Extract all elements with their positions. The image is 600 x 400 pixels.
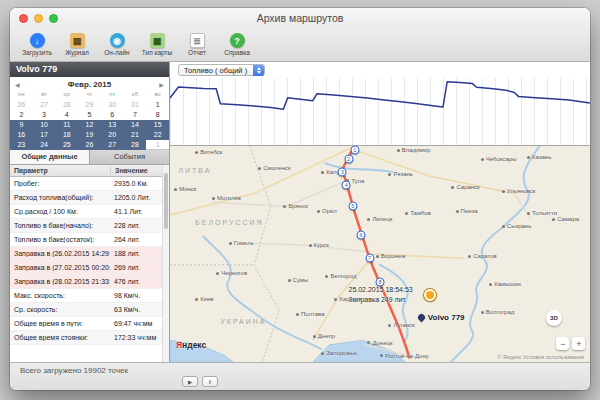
help-icon: ? bbox=[230, 33, 245, 48]
waypoint-marker[interactable]: 1 bbox=[350, 146, 359, 155]
table-cell-param: Общее время в пути: bbox=[10, 320, 110, 327]
waypoint-marker[interactable]: 4 bbox=[342, 180, 351, 189]
tab-events[interactable]: События bbox=[90, 150, 169, 164]
parameters-table: Пробег:2935.0 Км.Расход топлива(общий):1… bbox=[10, 177, 169, 362]
table-row[interactable]: Макс. скорость:98 Км/ч. bbox=[10, 289, 169, 303]
calendar-dow-label: сб bbox=[124, 91, 147, 100]
toolbar-button[interactable]: ↓Загрузить bbox=[20, 33, 54, 56]
calendar-day[interactable]: 3 bbox=[33, 110, 56, 120]
zoom-window-button[interactable] bbox=[49, 14, 58, 23]
table-cell-value: 264 лит. bbox=[110, 236, 169, 243]
calendar-day[interactable]: 14 bbox=[124, 120, 147, 130]
calendar-month-label: Февр. 2015 bbox=[68, 80, 111, 89]
zoom-in-button[interactable]: + bbox=[572, 337, 585, 350]
calendar-day[interactable]: 9 bbox=[10, 120, 33, 130]
calendar-day[interactable]: 5 bbox=[78, 110, 101, 120]
calendar-day[interactable]: 2 bbox=[10, 110, 33, 120]
sidebar: Volvo 779 ◀ Февр. 2015 ▶ пнвтсрчтптсбвс … bbox=[10, 62, 170, 362]
fuel-panel-bar: Топливо ( общий ) bbox=[170, 62, 590, 78]
minimize-window-button[interactable] bbox=[34, 14, 43, 23]
table-row[interactable]: Пробег:2935.0 Км. bbox=[10, 177, 169, 191]
fuel-series-line bbox=[170, 82, 590, 110]
table-row[interactable]: Заправка в (27.02.2015 00:20:31):269 лит… bbox=[10, 261, 169, 275]
map-3d-button[interactable]: 3D bbox=[546, 310, 562, 326]
zoom-out-button[interactable]: − bbox=[556, 337, 569, 350]
titlebar[interactable]: Архив маршрутов bbox=[10, 8, 590, 28]
statusbar: Всего загружено 19902 точек ▶ ‖ bbox=[10, 362, 590, 390]
table-row[interactable]: Ср. скорость:63 Км/ч. bbox=[10, 303, 169, 317]
calendar-day[interactable]: 1 bbox=[146, 100, 169, 110]
yandex-logo[interactable]: Яндекс bbox=[176, 340, 206, 350]
waypoint-marker[interactable]: 3 bbox=[338, 167, 347, 176]
calendar-day[interactable]: 8 bbox=[146, 110, 169, 120]
calendar-prev-button[interactable]: ◀ bbox=[15, 81, 20, 88]
calendar-dow-label: пн bbox=[10, 91, 33, 100]
sidebar-scrollbar[interactable] bbox=[162, 165, 169, 362]
vehicle-header[interactable]: Volvo 779 bbox=[10, 62, 169, 77]
toolbar-button-label: Загрузить bbox=[22, 49, 52, 56]
map-attribution[interactable]: © Яндекс Условия использования bbox=[497, 354, 584, 360]
calendar-day[interactable]: 22 bbox=[146, 130, 169, 140]
pause-button[interactable]: ‖ bbox=[202, 376, 218, 387]
table-row[interactable]: Заправка в (28.02.2015 21:33:02):476 лит… bbox=[10, 275, 169, 289]
calendar-grid: 2627282930311234567891011121314151617181… bbox=[10, 100, 169, 150]
calendar-dow-label: вт bbox=[33, 91, 56, 100]
calendar-day[interactable]: 13 bbox=[101, 120, 124, 130]
calendar-day[interactable]: 19 bbox=[78, 130, 101, 140]
calendar-day[interactable]: 17 bbox=[33, 130, 56, 140]
calendar-day[interactable]: 25 bbox=[55, 140, 78, 150]
calendar-day[interactable]: 7 bbox=[124, 110, 147, 120]
vehicle-marker[interactable] bbox=[424, 289, 436, 301]
tab-general[interactable]: Общие данные bbox=[10, 150, 90, 164]
toolbar-button[interactable]: ▤Журнал bbox=[60, 33, 94, 56]
calendar-day[interactable]: 28 bbox=[124, 140, 147, 150]
table-row[interactable]: Ср.расход / 100 Км:41.1 Лит. bbox=[10, 205, 169, 219]
calendar-day[interactable]: 4 bbox=[55, 110, 78, 120]
table-cell-value: 98 Км/ч. bbox=[110, 292, 169, 299]
waypoint-marker[interactable]: 2 bbox=[344, 154, 353, 163]
calendar-day[interactable]: 16 bbox=[10, 130, 33, 140]
toolbar-button-label: Он-лайн bbox=[104, 49, 129, 56]
waypoint-marker[interactable]: 7 bbox=[365, 254, 374, 263]
calendar-day[interactable]: 21 bbox=[124, 130, 147, 140]
calendar-day[interactable]: 24 bbox=[33, 140, 56, 150]
table-row[interactable]: Расход топлива(общий):1205.0 Лит. bbox=[10, 191, 169, 205]
calendar-day[interactable]: 23 bbox=[10, 140, 33, 150]
calendar-day[interactable]: 15 bbox=[146, 120, 169, 130]
table-cell-param: Общее время стоянки: bbox=[10, 334, 110, 341]
toolbar-button[interactable]: ?Справка bbox=[220, 33, 254, 56]
route-line[interactable] bbox=[342, 146, 409, 358]
calendar-day[interactable]: 12 bbox=[78, 120, 101, 130]
waypoint-marker[interactable]: 5 bbox=[348, 202, 357, 211]
table-header: ПараметрЗначение bbox=[10, 165, 169, 177]
table-cell-param: Топливо в баке(остаток): bbox=[10, 236, 110, 243]
table-cell-value: 69:47 чч:мм bbox=[110, 320, 169, 327]
calendar-day[interactable]: 18 bbox=[55, 130, 78, 140]
map[interactable]: 25.02.2015 18:54:53 Заправка 249 лит. Vo… bbox=[170, 146, 590, 362]
table-cell-value: 476 лит. bbox=[110, 278, 169, 285]
calendar-next-button[interactable]: ▶ bbox=[159, 81, 164, 88]
table-row[interactable]: Общее время в пути:69:47 чч:мм bbox=[10, 317, 169, 331]
calendar-day[interactable]: 6 bbox=[101, 110, 124, 120]
waypoint-marker[interactable]: 8 bbox=[376, 278, 385, 287]
calendar-day[interactable]: 26 bbox=[78, 140, 101, 150]
calendar-day[interactable]: 20 bbox=[101, 130, 124, 140]
calendar-dow-label: вс bbox=[146, 91, 169, 100]
table-row[interactable]: Топливо в баке(начало):228 лит. bbox=[10, 219, 169, 233]
toolbar-button[interactable]: ▦Тип карты bbox=[140, 33, 174, 56]
calendar-day[interactable]: 10 bbox=[33, 120, 56, 130]
close-window-button[interactable] bbox=[19, 14, 28, 23]
fuel-metric-select[interactable]: Топливо ( общий ) bbox=[178, 64, 265, 76]
calendar-day[interactable]: 11 bbox=[55, 120, 78, 130]
table-row[interactable]: Заправка в (26.02.2015 14:29:11):188 лит… bbox=[10, 247, 169, 261]
sidebar-tabs: Общие данныеСобытия bbox=[10, 150, 169, 165]
waypoint-marker[interactable]: 6 bbox=[357, 230, 366, 239]
calendar-day[interactable]: 27 bbox=[101, 140, 124, 150]
table-row[interactable]: Топливо в баке(остаток):264 лит. bbox=[10, 233, 169, 247]
scrollbar-thumb[interactable] bbox=[164, 173, 168, 229]
play-button[interactable]: ▶ bbox=[182, 376, 198, 387]
yandex-logo-letter: Я bbox=[176, 340, 182, 350]
toolbar-button[interactable]: ≣Отчет bbox=[180, 33, 214, 56]
table-row[interactable]: Общее время стоянки:172:33 чч:мм bbox=[10, 331, 169, 345]
toolbar-button[interactable]: ◉Он-лайн bbox=[100, 33, 134, 56]
